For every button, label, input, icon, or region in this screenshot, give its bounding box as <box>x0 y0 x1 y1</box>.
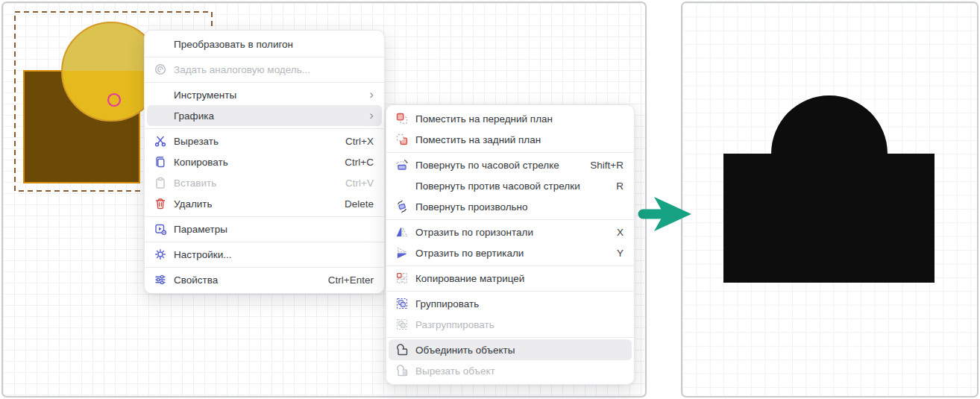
flip-horizontal-icon <box>395 225 409 239</box>
merged-result-shape[interactable] <box>723 95 935 283</box>
menu-item-group[interactable]: Группировать <box>386 293 634 314</box>
cut-object-icon <box>395 364 409 377</box>
rotate-free-icon <box>395 200 409 213</box>
menu-item-set-analog-model[interactable]: Задать аналоговую модель... <box>145 59 384 80</box>
chevron-right-icon: › <box>369 109 374 122</box>
menu-separator <box>386 152 634 153</box>
spiral-icon <box>154 63 167 76</box>
run-parameters-icon <box>154 222 167 236</box>
union-shape-icon <box>395 343 409 356</box>
menu-item-ungroup[interactable]: Разгруппировать <box>386 314 634 335</box>
menu-item-rotate-clockwise[interactable]: Повернуть по часовой стрелке Shift+R <box>386 154 634 175</box>
menu-separator <box>145 128 384 129</box>
menu-item-merge-objects[interactable]: Объединить объекты <box>389 339 632 360</box>
no-icon-spacer <box>395 179 409 192</box>
menu-item-graphics[interactable]: Графика › <box>147 105 382 126</box>
ungroup-icon <box>395 318 409 331</box>
menu-separator <box>145 267 384 268</box>
menu-item-rotate-counterclockwise[interactable]: Повернуть против часовой стрелки R <box>386 175 634 196</box>
menu-item-transform-to-polygon[interactable]: Преобразовать в полигон <box>145 34 384 54</box>
result-arrow-icon <box>643 197 691 231</box>
menu-item-cut-object[interactable]: Вырезать объект <box>386 360 634 381</box>
menu-separator <box>386 337 634 338</box>
menu-item-properties[interactable]: Свойства Ctrl+Enter <box>145 269 384 290</box>
no-icon-spacer <box>154 109 167 122</box>
workspace: Преобразовать в полигон Задать аналогову… <box>0 0 980 399</box>
menu-item-flip-horizontal[interactable]: Отразить по горизонтали X <box>386 222 634 242</box>
clipboard-icon <box>154 176 167 189</box>
sliders-icon <box>154 273 167 286</box>
graphics-submenu: Поместить на передний план Поместить на … <box>386 104 635 385</box>
menu-separator <box>386 219 634 220</box>
rotate-clockwise-icon <box>395 158 409 172</box>
gear-icon <box>154 248 167 261</box>
menu-item-paste[interactable]: Вставить Ctrl+V <box>145 172 384 193</box>
menu-item-rotate-free[interactable]: Повернуть произвольно <box>386 196 634 217</box>
menu-separator <box>145 82 384 83</box>
menu-separator <box>386 266 634 266</box>
menu-item-delete[interactable]: Удалить Delete <box>145 193 384 214</box>
menu-item-bring-to-front[interactable]: Поместить на передний план <box>386 108 634 129</box>
menu-separator <box>145 216 384 217</box>
menu-item-send-to-back[interactable]: Поместить на задний план <box>386 129 634 150</box>
menu-item-copy[interactable]: Копировать Ctrl+C <box>145 151 384 172</box>
send-to-back-icon <box>395 133 409 146</box>
group-icon <box>395 297 409 310</box>
no-icon-spacer <box>154 37 167 51</box>
context-menu: Преобразовать в полигон Задать аналогову… <box>144 30 385 294</box>
scissors-icon <box>154 134 167 148</box>
chevron-right-icon: › <box>369 88 374 101</box>
bring-to-front-icon <box>395 112 409 125</box>
no-icon-spacer <box>154 88 167 101</box>
menu-separator <box>145 242 384 242</box>
menu-item-flip-vertical[interactable]: Отразить по вертикали Y <box>386 242 634 263</box>
menu-separator <box>145 57 384 57</box>
flip-vertical-icon <box>395 246 409 260</box>
menu-separator <box>386 291 634 292</box>
copy-icon <box>154 155 167 169</box>
menu-item-matrix-copy[interactable]: Копирование матрицей <box>386 268 634 289</box>
menu-item-parameters[interactable]: Параметры <box>145 219 384 239</box>
menu-item-tools[interactable]: Инструменты › <box>145 84 384 105</box>
menu-item-settings[interactable]: Настройки... <box>145 244 384 265</box>
menu-item-cut[interactable]: Вырезать Ctrl+X <box>145 131 384 151</box>
trash-icon <box>154 197 167 210</box>
matrix-copy-icon <box>395 271 409 285</box>
